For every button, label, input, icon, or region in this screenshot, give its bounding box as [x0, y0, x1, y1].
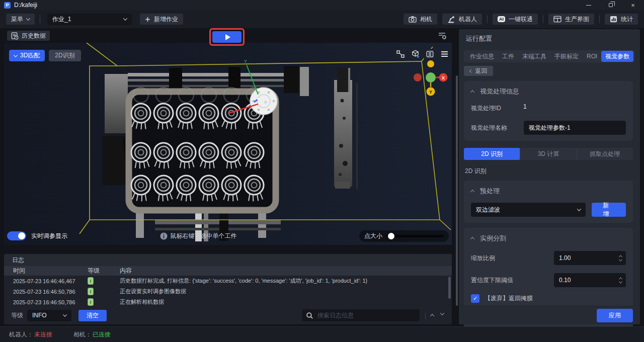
confidence-value: 0.10: [559, 277, 571, 284]
log-time: 2025-07-23 16:46:46,467: [13, 278, 88, 284]
gizmo-center[interactable]: [426, 72, 436, 82]
vision-info-header[interactable]: 视觉处理信息: [471, 87, 626, 96]
panel-footer: 应用: [459, 306, 640, 324]
apply-button[interactable]: 应用: [597, 309, 633, 322]
history-data-button[interactable]: 历史数据: [7, 31, 50, 41]
plus-icon: [145, 17, 150, 22]
checkbox-checked-icon[interactable]: ✓: [471, 294, 479, 303]
split-view-button[interactable]: [424, 49, 436, 59]
search-next-button[interactable]: [440, 311, 444, 315]
statistics-label: 统计: [621, 15, 633, 24]
instance-seg-title: 实例分割: [480, 234, 506, 243]
tab-end-tool[interactable]: 末端工具: [518, 52, 550, 61]
chevron-up-icon: [470, 90, 474, 94]
minimize-button[interactable]: [578, 0, 600, 10]
divider: [40, 15, 40, 23]
play-icon: [225, 34, 230, 40]
search-icon: [306, 312, 313, 319]
point-size-slider[interactable]: [386, 235, 444, 237]
list-settings-icon: [438, 32, 447, 40]
vision-name-label: 视觉处理名称: [471, 124, 524, 132]
divider: [487, 15, 488, 23]
config-tabs: 作业信息 工件 末端工具 手眼标定 ROI 视觉参数: [464, 50, 635, 62]
chevron-up-icon: [470, 190, 474, 194]
return-mask-label: 【废弃】返回掩膜: [485, 294, 533, 303]
log-search-input[interactable]: [317, 312, 416, 319]
instance-seg-header[interactable]: 实例分割: [471, 234, 626, 243]
tab-roi[interactable]: ROI: [583, 53, 601, 60]
tab-job-info[interactable]: 作业信息: [466, 52, 498, 61]
tab-3d-match[interactable]: 3D匹配: [9, 50, 45, 61]
return-mask-checkbox-row[interactable]: ✓ 【废弃】返回掩膜: [471, 294, 626, 303]
log-scrollbar[interactable]: [448, 277, 451, 299]
spinner-down-icon[interactable]: [619, 280, 622, 283]
tab-vision-params[interactable]: 视觉参数: [601, 51, 633, 62]
one-key-link-label: 一键联通: [509, 15, 533, 24]
tab-hand-eye-calib[interactable]: 手眼标定: [550, 52, 583, 61]
preprocess-header[interactable]: 预处理: [471, 187, 626, 196]
one-key-link-button[interactable]: AI 一键联通: [493, 14, 538, 25]
history-icon: [11, 32, 19, 40]
search-prev-button[interactable]: [430, 314, 434, 318]
point-size-label: 点大小: [364, 232, 382, 240]
view-menu-button[interactable]: [438, 49, 450, 59]
clear-log-button[interactable]: 清空: [78, 310, 107, 321]
log-time: 2025-07-23 16:46:50,786: [13, 299, 88, 305]
close-icon: ×: [631, 2, 635, 9]
level-filter-select[interactable]: INFO: [27, 310, 71, 321]
gizmo-axis-yellow[interactable]: [427, 60, 434, 67]
play-button[interactable]: [212, 31, 242, 43]
chevron-up-icon: [470, 237, 474, 241]
log-col-level: 等级: [88, 267, 120, 275]
scale-spinner[interactable]: 1.00: [554, 251, 626, 265]
divider: [543, 15, 543, 23]
gizmo-axis-red-neg[interactable]: [414, 73, 422, 81]
add-job-button[interactable]: 新增作业: [140, 14, 183, 25]
maximize-button[interactable]: [600, 0, 622, 10]
app-title: D:/kafeiji: [14, 2, 37, 9]
tab-workpiece[interactable]: 工件: [498, 52, 518, 61]
tab-2d-detect[interactable]: 2D识别: [49, 50, 80, 61]
production-ui-button[interactable]: 生产界面: [548, 14, 594, 25]
robot-button[interactable]: 机器人: [442, 14, 482, 25]
filter-select-value: 双边滤波: [476, 206, 500, 214]
chevron-down-icon: [14, 53, 18, 57]
point-cloud-canvas[interactable]: Y X 3D匹配: [4, 43, 452, 245]
maximize-icon: [609, 3, 613, 7]
realtime-display-toggle[interactable]: [7, 231, 26, 240]
point-size-knob[interactable]: [388, 233, 394, 239]
back-button[interactable]: 返回: [464, 66, 493, 76]
statistics-button[interactable]: 统计: [605, 14, 638, 25]
camera-button[interactable]: 相机: [404, 14, 437, 25]
ai-icon: AI: [498, 16, 505, 22]
add-filter-button[interactable]: 新增: [592, 203, 626, 217]
display-settings-button[interactable]: [436, 31, 449, 41]
config-panel-scrollbar[interactable]: [456, 75, 458, 306]
preprocess-title: 预处理: [480, 187, 500, 196]
orientation-gizmo[interactable]: X Y: [407, 58, 449, 99]
tab-3d-match-label: 3D匹配: [20, 51, 40, 60]
back-button-label: 返回: [475, 67, 488, 75]
filter-select[interactable]: 双边滤波: [471, 203, 586, 217]
split-view-icon: [426, 50, 434, 58]
menu-button[interactable]: 菜单: [6, 14, 35, 25]
log-content: 正在解析相机数据: [120, 298, 452, 306]
mode-tab-2d-detect[interactable]: 2D 识别: [464, 148, 520, 160]
mode-tab-grasp-point[interactable]: 抓取点处理: [577, 148, 633, 160]
preprocess-card: 预处理 双边滤波 新增: [464, 181, 633, 223]
close-button[interactable]: ×: [622, 0, 644, 10]
mode-tabs: 2D 识别 3D 计算 抓取点处理: [464, 148, 633, 160]
menubar: 菜单 作业_1 新增作业 相机 机器人 AI 一键联通: [0, 10, 644, 28]
log-content: 正在设置实时调参图像数据: [120, 288, 452, 295]
log-col-content: 内容: [120, 267, 452, 275]
job-select[interactable]: 作业_1: [47, 14, 132, 25]
vision-name-input[interactable]: [524, 121, 626, 135]
play-button-highlight[interactable]: [209, 28, 245, 46]
confidence-spinner[interactable]: 0.10: [554, 273, 626, 287]
add-view-button[interactable]: [409, 49, 421, 59]
mode-tab-3d-compute[interactable]: 3D 计算: [520, 148, 577, 160]
spinner-down-icon[interactable]: [619, 258, 622, 261]
measure-tool-button[interactable]: [394, 49, 407, 59]
vision-info-card: 视觉处理信息 视觉处理ID 1 视觉处理名称: [464, 81, 633, 141]
viewport-hint: 鼠标右键可选中单个工件: [160, 232, 237, 240]
